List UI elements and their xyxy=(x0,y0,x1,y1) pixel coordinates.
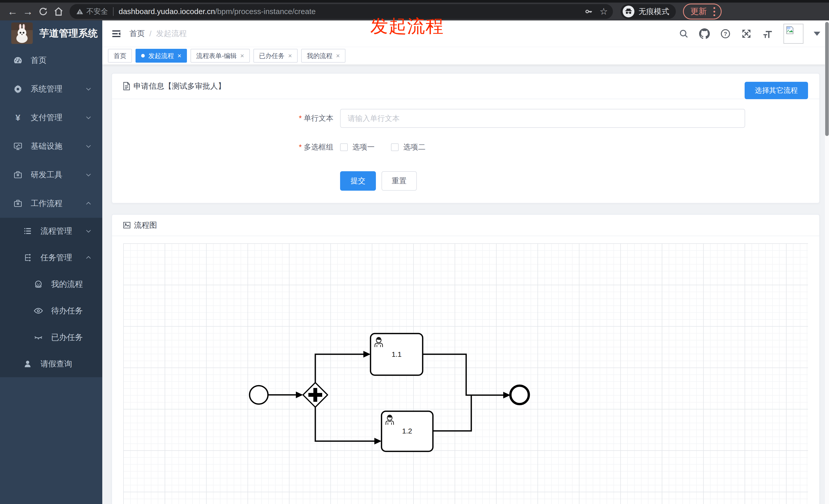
sidebar-item-task-mgmt[interactable]: 任务管理 xyxy=(0,244,102,271)
reload-icon[interactable] xyxy=(36,5,50,18)
form-actions-row: 提交 重置 xyxy=(112,171,819,191)
sidebar-item-infra[interactable]: 基础设施 xyxy=(0,132,102,160)
sidebar-item-system[interactable]: 系统管理 xyxy=(0,75,102,103)
checkbox-group-row: *多选框组 选项一 选项二 xyxy=(112,142,819,152)
sidebar-item-leave-query[interactable]: 请假查询 xyxy=(0,351,102,377)
workflow-submenu: 流程管理 任务管理 我的流程 待办任务 xyxy=(0,218,102,377)
toolbox-icon xyxy=(13,170,23,180)
checkbox-group-label: *多选框组 xyxy=(112,142,333,152)
close-icon[interactable]: × xyxy=(336,52,340,59)
apply-info-title: 申请信息【测试多审批人】 xyxy=(134,81,225,91)
sidebar-item-label: 系统管理 xyxy=(31,84,62,94)
monitor-icon xyxy=(13,142,23,151)
bookmark-star-icon[interactable]: ☆ xyxy=(600,6,608,17)
github-icon[interactable] xyxy=(699,28,710,39)
active-dot-icon xyxy=(141,54,145,57)
sidebar-item-label: 待办任务 xyxy=(51,305,83,316)
checkbox-icon[interactable] xyxy=(340,143,348,151)
breadcrumb-separator: / xyxy=(149,29,151,38)
apply-info-header: 申请信息【测试多审批人】 xyxy=(112,74,819,99)
bpmn-canvas[interactable]: 1.1 1.2 xyxy=(123,243,808,504)
flow-task1-to-end xyxy=(423,354,504,395)
user-task-1-2[interactable]: 1.2 xyxy=(382,411,433,451)
security-label[interactable]: 不安全 xyxy=(86,7,108,16)
search-icon[interactable] xyxy=(679,29,689,39)
key-icon[interactable] xyxy=(584,7,593,16)
sidebar-item-devtools[interactable]: 研发工具 xyxy=(0,160,102,189)
task-label: 1.1 xyxy=(392,350,402,358)
font-size-icon[interactable] xyxy=(762,28,773,39)
checkbox-icon[interactable] xyxy=(391,143,399,151)
sidebar-item-my-process[interactable]: 我的流程 xyxy=(0,271,102,298)
sidebar-item-process-mgmt[interactable]: 流程管理 xyxy=(0,218,102,244)
task-label: 1.2 xyxy=(402,427,412,435)
logo-row[interactable]: 芋道管理系统 xyxy=(0,21,102,46)
update-button[interactable]: 更新 xyxy=(683,4,722,20)
checkbox-label: 选项一 xyxy=(352,142,374,152)
bpmn-diagram: 1.1 1.2 xyxy=(123,243,809,504)
warning-icon xyxy=(76,8,83,15)
close-icon[interactable]: × xyxy=(240,52,244,59)
sidebar-item-todo-tasks[interactable]: 待办任务 xyxy=(0,298,102,324)
help-icon[interactable]: ? xyxy=(720,28,731,39)
avatar-caret-icon[interactable] xyxy=(814,32,820,36)
tab-label: 首页 xyxy=(113,52,126,60)
fullscreen-icon[interactable] xyxy=(741,28,752,39)
sidebar-item-payment[interactable]: ¥ 支付管理 xyxy=(0,103,102,132)
breadcrumb-home[interactable]: 首页 xyxy=(130,28,145,39)
end-event[interactable] xyxy=(510,386,529,404)
sidebar-item-home[interactable]: 首页 xyxy=(0,46,102,75)
choose-other-process-button[interactable]: 选择其它流程 xyxy=(745,82,808,99)
close-icon[interactable]: × xyxy=(288,52,292,59)
process-diagram-card: 流程图 xyxy=(111,214,820,504)
checkbox-option-2[interactable]: 选项二 xyxy=(391,142,426,152)
tab-create-process[interactable]: 发起流程 × xyxy=(136,49,187,63)
home-icon[interactable] xyxy=(52,5,66,18)
sidebar-collapse-icon[interactable] xyxy=(111,28,122,39)
face-icon xyxy=(33,280,43,289)
toolbox-icon xyxy=(13,199,23,208)
sidebar-item-label: 已办任务 xyxy=(51,332,83,343)
browser-menu-icon[interactable] xyxy=(712,7,717,16)
sidebar-item-label: 支付管理 xyxy=(31,112,62,123)
checkbox-label: 选项二 xyxy=(403,142,426,152)
back-icon[interactable]: ← xyxy=(6,5,20,18)
tab-my-process[interactable]: 我的流程 × xyxy=(301,49,346,63)
sidebar-item-label: 基础设施 xyxy=(31,141,62,152)
sidebar-item-done-tasks[interactable]: 已办任务 xyxy=(0,324,102,351)
checkbox-option-1[interactable]: 选项一 xyxy=(340,142,374,152)
start-event[interactable] xyxy=(250,386,268,404)
flow-gateway-to-task2 xyxy=(315,407,375,441)
diagram-header: 流程图 xyxy=(112,215,819,236)
avatar[interactable] xyxy=(784,24,803,44)
svg-text:?: ? xyxy=(724,30,727,37)
sidebar-item-workflow[interactable]: 工作流程 xyxy=(0,189,102,218)
tab-form-edit[interactable]: 流程表单-编辑 × xyxy=(190,49,250,63)
single-line-text-input[interactable] xyxy=(340,109,745,128)
url-bar[interactable]: 不安全 dashboard.yudao.iocoder.cn/bpm/proce… xyxy=(70,4,613,19)
document-icon xyxy=(123,82,131,90)
image-icon xyxy=(123,221,131,229)
update-label[interactable]: 更新 xyxy=(690,6,707,17)
forward-icon[interactable]: → xyxy=(21,5,35,18)
annotation-title: 发起流程 xyxy=(370,14,444,38)
sidebar-item-label: 我的流程 xyxy=(51,279,83,289)
submit-button[interactable]: 提交 xyxy=(340,171,376,191)
user-task-1-1[interactable]: 1.1 xyxy=(370,334,423,375)
flow-gateway-to-task1 xyxy=(315,354,364,383)
browser-tab-strip xyxy=(0,0,829,3)
close-icon[interactable]: × xyxy=(177,52,181,59)
sidebar-item-label: 流程管理 xyxy=(40,226,72,236)
reset-button[interactable]: 重置 xyxy=(382,171,417,191)
tab-home[interactable]: 首页 xyxy=(108,49,132,63)
sidebar: 芋道管理系统 首页 系统管理 ¥ 支付管理 基础设施 xyxy=(0,21,102,504)
required-mark: * xyxy=(299,114,302,122)
url-divider xyxy=(113,7,113,16)
page-scrollbar[interactable] xyxy=(825,21,829,504)
chevron-down-icon xyxy=(85,85,92,92)
tab-done-tasks[interactable]: 已办任务 × xyxy=(253,49,298,63)
parallel-gateway[interactable] xyxy=(303,383,328,407)
scrollbar-thumb[interactable] xyxy=(825,22,829,136)
incognito-badge: 无痕模式 xyxy=(621,4,676,19)
dashboard-icon xyxy=(13,55,23,65)
